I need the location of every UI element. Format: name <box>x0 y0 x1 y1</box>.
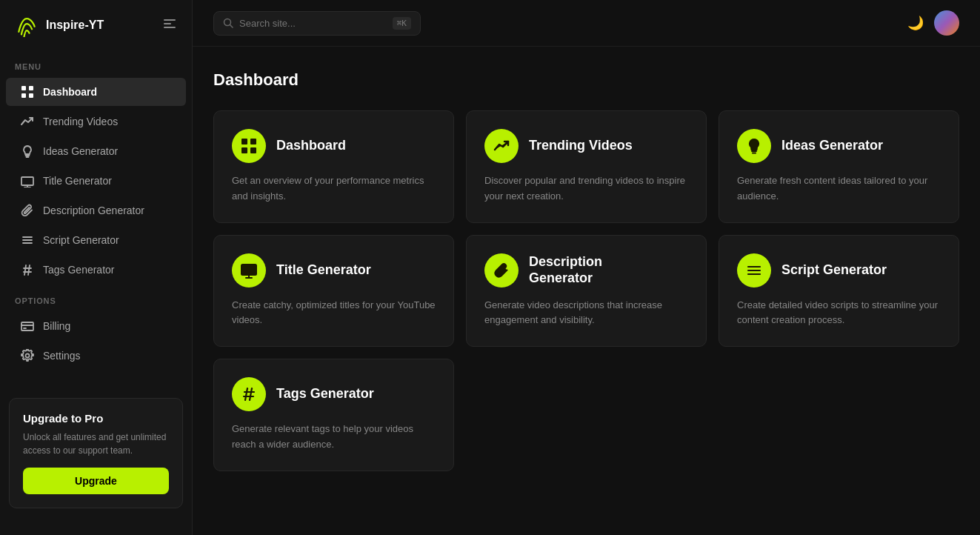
card-trending-desc: Discover popular and trending videos to … <box>484 173 688 205</box>
svg-rect-25 <box>241 139 247 144</box>
card-description-desc: Generate video descriptions that increas… <box>484 298 688 329</box>
search-shortcut: ⌘K <box>393 17 411 30</box>
tv-icon <box>21 174 34 187</box>
sidebar-tags-label: Tags Generator <box>43 264 115 276</box>
card-trending-icon-wrap <box>484 129 519 163</box>
card-dashboard-icon-wrap <box>232 129 266 163</box>
card-title-desc: Create catchy, optimized titles for your… <box>232 298 436 329</box>
card-ideas-icon-wrap <box>737 129 771 163</box>
hash-icon <box>21 263 34 276</box>
svg-rect-19 <box>21 322 33 330</box>
upgrade-title: Upgrade to Pro <box>23 412 169 425</box>
card-trending-videos[interactable]: Trending Videos Discover popular and tre… <box>466 110 707 223</box>
menu-section-label: MENU <box>0 50 192 77</box>
sidebar-ideas-label: Ideas Generator <box>43 145 118 157</box>
card-title-generator[interactable]: Title Generator Create catchy, optimized… <box>213 235 454 348</box>
sidebar-settings-label: Settings <box>43 350 81 362</box>
svg-rect-1 <box>164 23 171 24</box>
credit-card-icon <box>21 319 34 333</box>
user-avatar[interactable] <box>934 10 959 36</box>
lightbulb-icon <box>21 144 34 158</box>
sidebar-item-ideas-generator[interactable]: Ideas Generator <box>6 137 186 165</box>
svg-line-39 <box>245 388 247 400</box>
card-script-generator[interactable]: Script Generator Create detailed video s… <box>719 235 959 348</box>
sidebar-trending-label: Trending Videos <box>43 116 118 127</box>
card-ideas-desc: Generate fresh content ideas tailored to… <box>737 173 941 205</box>
svg-rect-3 <box>21 86 26 90</box>
card-description-generator[interactable]: DescriptionGenerator Generate video desc… <box>466 235 707 348</box>
card-trending-icon <box>493 138 510 154</box>
svg-rect-0 <box>164 19 176 21</box>
sidebar-item-settings[interactable]: Settings <box>6 342 186 370</box>
card-ideas-title: Ideas Generator <box>781 138 883 154</box>
card-tags-icon-wrap <box>232 377 266 411</box>
card-tags-desc: Generate relevant tags to help your vide… <box>232 422 436 453</box>
card-tv-icon <box>241 262 257 279</box>
card-paperclip-icon <box>493 262 510 279</box>
sidebar-item-script-generator[interactable]: Script Generator <box>6 226 186 254</box>
cards-grid: Dashboard Get an overview of your perfor… <box>213 110 959 471</box>
dark-mode-icon[interactable]: 🌙 <box>907 15 924 31</box>
search-icon <box>223 18 233 28</box>
card-dashboard-title: Dashboard <box>276 138 346 154</box>
dashboard-content: Dashboard Dashboard Get an overview <box>193 47 980 495</box>
svg-rect-6 <box>29 93 33 98</box>
sidebar-item-title-generator[interactable]: Title Generator <box>6 167 186 195</box>
card-description-icon-wrap <box>484 253 519 288</box>
svg-line-24 <box>230 25 233 28</box>
svg-rect-27 <box>241 147 247 153</box>
card-tags-title: Tags Generator <box>276 386 374 402</box>
sidebar-description-label: Description Generator <box>43 205 144 216</box>
svg-rect-2 <box>164 27 176 28</box>
app-logo-icon <box>15 13 39 37</box>
card-script-icon-wrap <box>737 253 771 288</box>
sidebar-header: Inspire-YT <box>0 0 192 50</box>
sidebar: Inspire-YT MENU Dashboard <box>0 0 193 535</box>
svg-line-18 <box>28 265 30 275</box>
gear-icon <box>21 349 34 362</box>
svg-rect-5 <box>21 93 26 98</box>
sidebar-item-dashboard[interactable]: Dashboard <box>6 78 186 106</box>
card-title-title: Title Generator <box>276 262 371 279</box>
svg-line-40 <box>250 388 252 400</box>
upgrade-button[interactable]: Upgrade <box>23 468 169 494</box>
card-title-icon-wrap <box>232 253 266 288</box>
list-icon <box>21 233 34 247</box>
search-input[interactable] <box>239 18 387 29</box>
svg-point-22 <box>26 354 30 358</box>
svg-rect-31 <box>241 265 256 275</box>
card-script-desc: Create detailed video scripts to streaml… <box>737 298 941 329</box>
page-title: Dashboard <box>213 70 959 90</box>
sidebar-item-tags-generator[interactable]: Tags Generator <box>6 256 186 284</box>
sidebar-billing-label: Billing <box>43 320 70 332</box>
svg-rect-26 <box>250 139 256 144</box>
grid-icon <box>21 85 34 99</box>
upgrade-description: Unlock all features and get unlimited ac… <box>23 431 169 457</box>
paperclip-icon <box>21 204 34 217</box>
card-list-icon <box>746 262 762 279</box>
svg-rect-4 <box>29 86 33 90</box>
app-name: Inspire-YT <box>46 19 104 32</box>
trending-up-icon <box>21 115 34 128</box>
sidebar-item-billing[interactable]: Billing <box>6 312 186 340</box>
sidebar-toggle-button[interactable] <box>162 16 177 35</box>
sidebar-item-trending-videos[interactable]: Trending Videos <box>6 107 186 136</box>
svg-rect-28 <box>250 147 256 153</box>
card-grid-icon <box>241 138 257 154</box>
card-ideas-generator[interactable]: Ideas Generator Generate fresh content i… <box>719 110 959 223</box>
card-lightbulb-icon <box>746 138 762 154</box>
card-tags-generator[interactable]: Tags Generator Generate relevant tags to… <box>213 359 454 471</box>
svg-rect-9 <box>21 177 33 185</box>
card-dashboard[interactable]: Dashboard Get an overview of your perfor… <box>213 110 454 223</box>
upgrade-box: Upgrade to Pro Unlock all features and g… <box>9 398 183 508</box>
main-content: ⌘K 🌙 Dashboard <box>193 0 980 535</box>
sidebar-dashboard-label: Dashboard <box>43 86 97 98</box>
search-box[interactable]: ⌘K <box>213 11 421 36</box>
sidebar-title-label: Title Generator <box>43 175 112 187</box>
card-script-title: Script Generator <box>781 262 887 279</box>
card-hash-icon <box>241 386 257 402</box>
topbar-right: 🌙 <box>907 10 959 36</box>
card-trending-title: Trending Videos <box>529 138 633 154</box>
sidebar-item-description-generator[interactable]: Description Generator <box>6 196 186 225</box>
topbar: ⌘K 🌙 <box>193 0 980 47</box>
